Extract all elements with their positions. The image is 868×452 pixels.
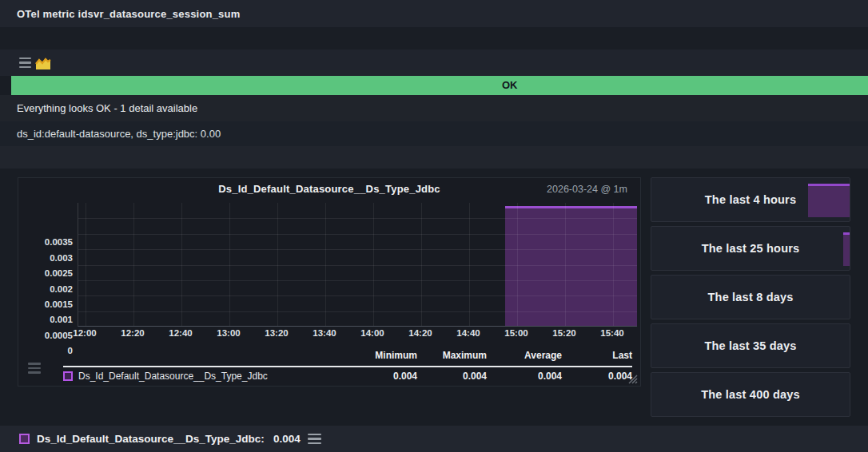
- chart-panel: Ds_Id_Default_Datasource__Ds_Type_Jdbc 2…: [18, 177, 641, 387]
- application-window: OTel metric idsvr_datasource_session_sum…: [0, 0, 868, 452]
- footer-series-label: Ds_Id_Default_Datasource__Ds_Type_Jdbc:: [37, 433, 265, 445]
- legend-stat-value: 0.004: [417, 371, 487, 382]
- status-detail-text: ds_id:default-datasource, ds_type:jdbc: …: [17, 128, 221, 140]
- v-gridline: [517, 203, 518, 326]
- x-axis-tick-label: 15:00: [499, 328, 534, 338]
- x-axis-tick-label: 15:40: [595, 328, 630, 338]
- time-range-button-the-last-400-days[interactable]: The last 400 days: [651, 372, 850, 417]
- y-axis-tick-label: 0.0025: [26, 268, 73, 278]
- x-axis-tick-label: 14:00: [355, 328, 390, 338]
- v-gridline: [325, 203, 326, 326]
- h-gridline: [78, 280, 637, 281]
- time-range-label: The last 400 days: [701, 388, 800, 401]
- chart-preview-thumbnail: [843, 232, 850, 266]
- v-gridline: [565, 203, 566, 326]
- time-range-button-the-last-25-hours[interactable]: The last 25 hours: [651, 226, 850, 271]
- chart-preview-thumbnail: [808, 184, 850, 217]
- footer-series-value: 0.004: [273, 433, 301, 445]
- v-gridline: [373, 203, 374, 326]
- x-axis-tick-label: 13:00: [211, 328, 246, 338]
- h-gridline: [78, 249, 637, 250]
- status-detail-row: ds_id:default-datasource, ds_type:jdbc: …: [0, 121, 868, 146]
- x-axis-tick-label: 12:00: [67, 328, 102, 338]
- time-range-button-the-last-35-days[interactable]: The last 35 days: [651, 323, 850, 368]
- legend-stat-value: 0.004: [487, 371, 562, 382]
- menu-icon[interactable]: [19, 57, 31, 69]
- v-gridline: [277, 203, 278, 326]
- main-content: Ds_Id_Default_Datasource__Ds_Type_Jdbc 2…: [0, 169, 868, 426]
- footer-legend-bar: Ds_Id_Default_Datasource__Ds_Type_Jdbc: …: [0, 426, 868, 452]
- legend-column-header: Maximum: [417, 347, 487, 363]
- time-range-label: The last 4 hours: [705, 193, 796, 206]
- panel-resize-handle[interactable]: [627, 373, 638, 383]
- x-axis-tick-label: 12:40: [163, 328, 198, 338]
- h-gridline: [78, 234, 637, 235]
- chart-timestamp: 2026-03-24 @ 1m: [547, 184, 627, 195]
- y-axis-tick-label: 0.0005: [26, 331, 73, 340]
- legend-header: MinimumMaximumAverageLast: [63, 347, 632, 363]
- window-title-bar: OTel metric idsvr_datasource_session_sum: [0, 0, 868, 27]
- time-range-button-the-last-4-hours[interactable]: The last 4 hours: [651, 177, 850, 222]
- time-range-label: The last 25 hours: [702, 242, 800, 255]
- status-ok-label: OK: [502, 79, 518, 91]
- x-axis-tick-label: 14:40: [451, 328, 486, 338]
- x-axis-tick-label: 14:20: [403, 328, 438, 338]
- toolbar: [0, 50, 868, 76]
- y-axis-labels: 00.00050.0010.00150.0020.00250.0030.0035: [26, 203, 73, 331]
- h-gridline: [78, 265, 637, 266]
- legend-column-header: Last: [562, 347, 632, 363]
- v-gridline: [613, 203, 614, 326]
- y-axis-tick-label: 0.001: [26, 315, 73, 324]
- header-spacer: [0, 27, 868, 50]
- series-area: [505, 206, 637, 326]
- status-ok-banner[interactable]: OK: [11, 76, 868, 95]
- h-gridline: [78, 295, 637, 296]
- x-axis-tick-label: 13:40: [307, 328, 342, 338]
- x-axis-tick-label: 13:20: [259, 328, 294, 338]
- y-axis-tick-label: 0.003: [26, 253, 73, 263]
- series-color-swatch: [19, 434, 30, 444]
- legend-column-header: Average: [487, 347, 562, 363]
- legend-rows: Ds_Id_Default_Datasource__Ds_Type_Jdbc0.…: [63, 367, 632, 385]
- v-gridline: [181, 203, 182, 326]
- time-range-sidebar: The last 4 hoursThe last 25 hoursThe las…: [651, 177, 850, 421]
- time-range-label: The last 35 days: [704, 339, 796, 352]
- legend-series-name: Ds_Id_Default_Datasource__Ds_Type_Jdbc: [78, 371, 268, 382]
- legend-row[interactable]: Ds_Id_Default_Datasource__Ds_Type_Jdbc0.…: [63, 367, 632, 385]
- y-axis-tick-label: 0.0035: [26, 237, 73, 247]
- footer-menu-icon[interactable]: [308, 434, 321, 445]
- y-axis-tick-label: 0.0015: [26, 299, 73, 309]
- area-chart-icon[interactable]: [35, 56, 51, 70]
- status-summary-row[interactable]: Everything looks OK - 1 detail available: [0, 95, 868, 121]
- time-range-button-the-last-8-days[interactable]: The last 8 days: [651, 275, 850, 319]
- chart-legend: MinimumMaximumAverageLast Ds_Id_Default_…: [63, 347, 632, 385]
- legend-stat-value: 0.004: [562, 371, 632, 382]
- plot-area[interactable]: [78, 203, 637, 327]
- v-gridline: [133, 203, 134, 326]
- series-color-swatch: [63, 371, 73, 381]
- v-gridline: [421, 203, 422, 326]
- legend-menu-icon[interactable]: [28, 363, 41, 374]
- legend-stat-value: 0.004: [345, 371, 417, 382]
- legend-series: Ds_Id_Default_Datasource__Ds_Type_Jdbc: [63, 367, 345, 385]
- y-axis-tick-label: 0.002: [26, 284, 73, 294]
- x-axis-labels: 12:0012:2012:4013:0013:2013:4014:0014:20…: [78, 328, 645, 341]
- v-gridline: [86, 203, 86, 326]
- v-gridline: [229, 203, 230, 326]
- time-range-label: The last 8 days: [708, 291, 794, 303]
- status-summary-text: Everything looks OK - 1 detail available: [17, 102, 197, 114]
- v-gridline: [469, 203, 470, 326]
- page-title: OTel metric idsvr_datasource_session_sum: [17, 8, 240, 20]
- section-divider: [0, 146, 868, 169]
- x-axis-tick-label: 12:20: [115, 328, 150, 338]
- h-gridline: [78, 218, 637, 219]
- h-gridline: [78, 311, 637, 312]
- legend-column-header: Minimum: [345, 347, 417, 363]
- x-axis-tick-label: 15:20: [547, 328, 582, 338]
